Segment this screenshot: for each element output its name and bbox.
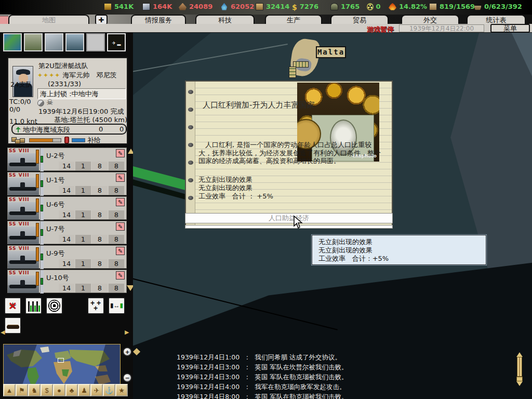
supply-bar-track xyxy=(53,138,61,142)
map-mode-button-economy[interactable]: $ xyxy=(41,384,53,396)
ship-stats: 14188 xyxy=(58,186,125,195)
log-line: 1939年12月4日1:00 : 我们同希腊 达成了外交协议。 xyxy=(177,353,341,362)
supply-bar xyxy=(29,138,53,142)
rename-icon[interactable]: ✎ xyxy=(116,149,125,157)
tab-statistics[interactable]: 统计表 xyxy=(467,15,526,24)
message-log: 1939年12月4日1:00 : 我们同希腊 达成了外交协议。 1939年12月… xyxy=(133,351,517,399)
strength-bar xyxy=(41,205,43,211)
submarine-type-button[interactable] xyxy=(4,317,21,334)
zoom-out-button[interactable]: − xyxy=(123,373,132,382)
metal-value: 164K xyxy=(153,3,172,10)
submarine-icon xyxy=(7,325,19,329)
leader-rank: 海军元帅 xyxy=(62,71,89,79)
scroll-left-icon[interactable]: ◀ xyxy=(1,329,5,336)
log-line: 1939年12月4日4:00 : 我军在勒克瑙向敌军发起攻击。 xyxy=(177,383,345,392)
tab-production[interactable]: 生产 xyxy=(265,15,322,24)
stat: 8 xyxy=(109,186,124,195)
strength-bar xyxy=(41,180,43,187)
unit-info-panel: 第2U型潜艇战队 ✦✦✦✦ 海军元帅 邓尼茨 24支队 (2331/33) 海上… xyxy=(7,57,128,144)
viewport-rectangle xyxy=(58,358,64,363)
naval-units-button[interactable] xyxy=(65,33,84,51)
stat: 14 xyxy=(59,186,74,195)
rank-star-icon: ✦ xyxy=(37,72,43,79)
log-scroll-track[interactable] xyxy=(517,357,522,377)
zoom-in-button[interactable]: + xyxy=(123,347,132,356)
ship-class: SS VIII xyxy=(9,221,30,227)
province-label-malta: Malta xyxy=(316,46,346,58)
submarine-photo xyxy=(8,202,39,220)
log-scroll-down-icon[interactable] xyxy=(516,381,523,386)
stat: 8 xyxy=(109,284,124,292)
supply-crate-icon xyxy=(20,138,25,143)
rename-icon[interactable]: ✎ xyxy=(116,174,125,182)
merge-units-button[interactable]: +++ xyxy=(87,297,104,314)
supplies-icon xyxy=(256,3,263,10)
ship-row[interactable]: SS VIII U-6号 ✎ 14188 xyxy=(7,196,127,220)
ship-row[interactable]: SS VIII U-9号 ✎ 14188 xyxy=(7,245,127,269)
unit-title: 第2U型潜艇战队 xyxy=(38,61,88,71)
binder-hole xyxy=(188,161,193,165)
binder-hole xyxy=(188,125,193,129)
ship-row[interactable]: SS VIII U-10号 ✎ 14188 xyxy=(7,270,127,293)
log-line: 1939年12月4日3:00 : 英国 军队在勒克瑙被我们击败。 xyxy=(177,373,348,382)
map-mode-button-manpower[interactable]: ♟ xyxy=(78,384,90,396)
air-units-button[interactable] xyxy=(45,33,63,51)
tab-technology[interactable]: 科技 xyxy=(195,15,255,24)
fuel-bar xyxy=(72,138,85,142)
event-choice-bar-2[interactable] xyxy=(185,225,393,229)
map-mode-button-naval[interactable]: ⚓ xyxy=(103,384,115,396)
abort-mission-button[interactable]: ★ ✕ xyxy=(4,297,21,314)
ship-row[interactable]: SS VIII U-1号 ✎ 14188 xyxy=(7,172,127,195)
dissent-value: 14.82% xyxy=(399,3,427,10)
log-scrollbar[interactable] xyxy=(516,352,523,392)
map-mode-button-terrain[interactable]: ▲ xyxy=(3,384,16,396)
counter-mode-button[interactable]: ✈ ▂ xyxy=(107,33,126,51)
target-button[interactable] xyxy=(46,297,63,314)
rank-star-icon: ✦ xyxy=(49,72,54,79)
center-view-button[interactable]: ✚ xyxy=(95,15,108,24)
log-scroll-up-icon[interactable] xyxy=(516,352,523,357)
tab-intelligence[interactable]: 情报服务 xyxy=(131,15,186,24)
stat: 8 xyxy=(92,162,108,170)
organisation-button[interactable] xyxy=(25,297,42,314)
stat: 8 xyxy=(92,210,108,219)
ship-class: SS VIII xyxy=(9,270,30,275)
transport-value: 819/1569 xyxy=(440,3,475,10)
resource-supplies: 32414 xyxy=(256,3,289,10)
rename-icon[interactable]: ✎ xyxy=(116,222,125,231)
scroll-right-icon[interactable]: ▶ xyxy=(125,329,129,336)
log-scroll-thumb[interactable] xyxy=(516,377,523,381)
nuclear-icon: ☢ xyxy=(367,3,374,10)
resource-oil: 62052 xyxy=(220,3,254,10)
split-units-button[interactable]: ▮↔▮ xyxy=(108,297,125,314)
terrain-icon xyxy=(16,127,21,132)
rename-icon[interactable]: ✎ xyxy=(116,247,125,255)
tab-map[interactable]: 地图 xyxy=(8,15,89,24)
map-mode-button-aviation[interactable]: ✈ xyxy=(90,384,103,396)
map-mode-button-partisans[interactable]: ♣ xyxy=(65,384,78,396)
ship-row[interactable]: SS VIII U-2号 ✎ 14188 xyxy=(7,148,127,171)
map-mode-button-political[interactable]: ⚑ xyxy=(16,384,28,396)
ship-row[interactable]: SS VIII U-7号 ✎ 14188 xyxy=(7,221,127,244)
tab-diplomacy[interactable]: 外交 xyxy=(401,15,459,24)
event-choice-button[interactable]: 人口助益经济 xyxy=(185,213,393,223)
resource-metal: 164K xyxy=(142,3,172,10)
land-units-button[interactable] xyxy=(24,33,43,51)
event-title: 人口红利增加-升为人力丰富国家 xyxy=(203,100,379,110)
unit-count: 24支队 xyxy=(10,80,33,89)
tab-trade[interactable]: 贸易 xyxy=(330,15,389,24)
effects-tooltip: 无立刻出现的效果 无立刻出现的效果 工业效率 合计 : +5% xyxy=(312,235,486,265)
manpower-value: 1765 xyxy=(341,3,360,10)
sea-region-box[interactable]: 地中海魔域东段 0 0 xyxy=(11,124,127,135)
map-mode-button-resources[interactable]: ● xyxy=(53,384,65,396)
rename-icon[interactable]: ✎ xyxy=(116,198,125,206)
event-popup: cnsphoto 人口红利增加-升为人力丰富国家 人口红利, 是指一个国家的劳动… xyxy=(185,81,393,227)
map-overview-button[interactable] xyxy=(3,33,22,51)
rename-icon[interactable]: ✎ xyxy=(116,271,125,280)
map-mode-button-victory[interactable]: ★ xyxy=(115,384,128,396)
menu-button[interactable]: 菜单 xyxy=(490,24,530,33)
oil-value: 62052 xyxy=(231,3,254,10)
ship-name: U-9号 xyxy=(46,249,64,258)
tc-value: TC:0/0 xyxy=(9,98,31,105)
map-mode-button-units[interactable]: ♞ xyxy=(28,384,41,396)
